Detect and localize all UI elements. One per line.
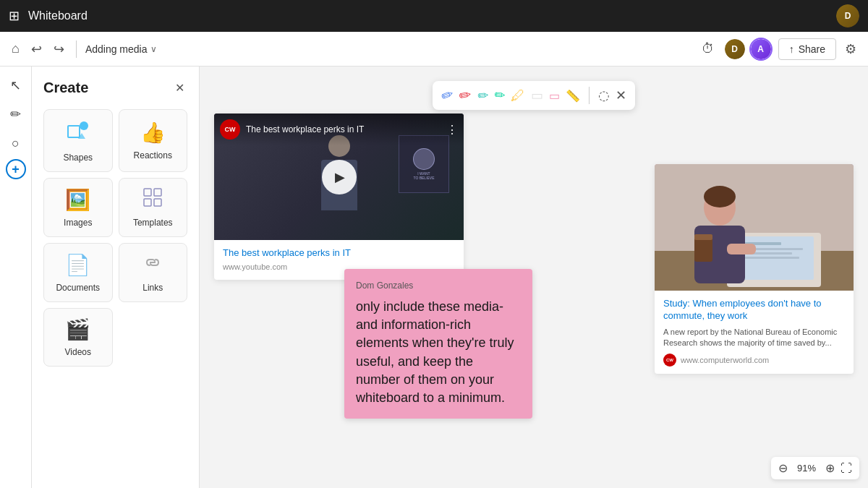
create-videos-button[interactable]: 🎬 Videos xyxy=(43,308,113,367)
article-card: Study: When employees don't have to comm… xyxy=(655,164,854,374)
create-links-button[interactable]: Links xyxy=(119,243,188,302)
video-top-bar: CW The best workplace perks in IT ⋮ xyxy=(214,114,464,145)
blue-pen-icon[interactable]: ✏ xyxy=(438,85,456,106)
red-pen-icon[interactable]: ✏ xyxy=(458,86,473,106)
history-icon[interactable]: ⏱ xyxy=(699,38,718,59)
play-button[interactable] xyxy=(322,160,357,194)
close-pen-toolbar-button[interactable]: ✕ xyxy=(616,87,626,103)
eraser-icon[interactable]: ▭ xyxy=(531,87,543,103)
templates-icon xyxy=(142,187,163,212)
zoom-fit-button[interactable]: ⛶ xyxy=(841,462,852,475)
yellow-highlighter-icon[interactable]: 🖊 xyxy=(511,87,525,104)
images-icon: 🖼️ xyxy=(65,188,90,212)
app-grid-icon[interactable]: ⊞ xyxy=(9,8,20,24)
article-footer: CW www.computerworld.com xyxy=(663,354,845,367)
close-panel-button[interactable]: ✕ xyxy=(172,78,187,98)
second-bar: ⌂ ↩ ↪ Adding media ∨ ⏱ D A ↑ Share ⚙ xyxy=(0,32,868,67)
create-templates-button[interactable]: Templates xyxy=(119,178,188,237)
top-bar: ⊞ Whiteboard D xyxy=(0,0,868,32)
lasso-icon[interactable]: ◌ xyxy=(598,87,610,103)
video-link[interactable]: The best workplace perks in IT xyxy=(223,247,455,258)
note-card[interactable]: Dom Gonzales only include these media- a… xyxy=(344,269,532,419)
share-label: Share xyxy=(799,43,825,55)
video-badge: CW xyxy=(220,119,240,140)
separator-1 xyxy=(76,40,77,58)
article-badge: CW xyxy=(663,354,676,367)
note-text: only include these media- and informatio… xyxy=(356,298,521,407)
add-icon: + xyxy=(12,162,20,177)
video-domain: www.youtube.com xyxy=(223,262,287,271)
zoom-bar: ⊖ 91% ⊕ ⛶ xyxy=(771,457,859,479)
main-area: ↖ ✏ ○ + Create ✕ xyxy=(0,67,868,488)
pen-icon: ✏ xyxy=(10,106,21,122)
reactions-label: Reactions xyxy=(134,150,172,160)
panel-header: Create ✕ xyxy=(43,78,187,98)
home-icon[interactable]: ⌂ xyxy=(9,38,22,59)
video-thumbnail[interactable]: CW The best workplace perks in IT ⋮ I WA… xyxy=(214,114,464,240)
video-title-text: The best workplace perks in IT xyxy=(246,124,441,134)
svg-rect-20 xyxy=(694,236,712,262)
pen-toolbar: ✏ ✏ ✏ ✏ 🖊 ▭ ▭ 📏 ◌ ✕ xyxy=(433,81,635,110)
pen-tool-button[interactable]: ✏ xyxy=(3,101,29,127)
avatar-1[interactable]: D xyxy=(723,38,746,61)
svg-point-17 xyxy=(704,186,736,207)
svg-rect-15 xyxy=(738,257,799,259)
collaborator-avatars: D A xyxy=(723,38,773,61)
shapes-icon xyxy=(67,119,90,147)
create-documents-button[interactable]: 📄 Documents xyxy=(43,243,113,302)
canvas[interactable]: ✏ ✏ ✏ ✏ 🖊 ▭ ▭ 📏 ◌ ✕ CW The best workplac… xyxy=(200,67,868,488)
avatar-2[interactable]: A xyxy=(749,38,773,61)
reactions-icon: 👍 xyxy=(140,121,166,145)
settings-icon[interactable]: ⚙ xyxy=(842,38,859,60)
add-tool-button[interactable]: + xyxy=(6,159,26,179)
links-icon xyxy=(142,252,163,277)
undo-button[interactable]: ↩ xyxy=(28,38,45,60)
article-image xyxy=(655,164,854,291)
video-more-icon[interactable]: ⋮ xyxy=(446,123,458,137)
comment-icon: ○ xyxy=(12,136,20,151)
svg-rect-6 xyxy=(154,199,161,206)
svg-point-1 xyxy=(80,121,88,130)
zoom-in-button[interactable]: ⊕ xyxy=(825,461,835,475)
select-tool-button[interactable]: ↖ xyxy=(3,72,29,98)
breadcrumb-text: Adding media xyxy=(85,43,148,55)
share-icon: ↑ xyxy=(789,43,794,55)
create-panel: Create ✕ Shapes 👍 Reactions xyxy=(32,67,200,488)
svg-rect-21 xyxy=(694,234,712,240)
video-card: CW The best workplace perks in IT ⋮ I WA… xyxy=(214,114,464,280)
create-reactions-button[interactable]: 👍 Reactions xyxy=(119,109,188,172)
svg-rect-5 xyxy=(144,199,151,206)
comment-tool-button[interactable]: ○ xyxy=(3,130,29,156)
svg-rect-19 xyxy=(727,244,756,254)
article-image-svg xyxy=(655,164,854,291)
links-label: Links xyxy=(142,283,163,293)
app-title: Whiteboard xyxy=(28,9,88,22)
pink-pen-icon[interactable]: ▭ xyxy=(549,89,560,103)
article-info: Study: When employees don't have to comm… xyxy=(655,291,854,374)
videos-icon: 🎬 xyxy=(65,317,90,341)
zoom-level-display: 91% xyxy=(793,463,820,474)
teal2-pen-icon[interactable]: ✏ xyxy=(493,87,506,103)
images-label: Images xyxy=(64,218,92,228)
user-avatar-topbar[interactable]: D xyxy=(836,4,859,27)
share-button[interactable]: ↑ Share xyxy=(778,38,836,60)
note-author: Dom Gonzales xyxy=(356,281,521,291)
breadcrumb[interactable]: Adding media ∨ xyxy=(85,43,157,55)
user-photo: D xyxy=(836,4,859,27)
pen-separator xyxy=(589,87,590,104)
create-shapes-button[interactable]: Shapes xyxy=(43,109,113,172)
create-images-button[interactable]: 🖼️ Images xyxy=(43,178,113,237)
article-domain: www.computerworld.com xyxy=(681,356,769,364)
teal-pen-icon[interactable]: ✏ xyxy=(477,87,489,103)
shapes-label: Shapes xyxy=(63,153,93,163)
documents-label: Documents xyxy=(56,283,100,293)
svg-rect-3 xyxy=(144,189,151,196)
create-grid: Shapes 👍 Reactions 🖼️ Images xyxy=(43,109,187,367)
panel-title: Create xyxy=(43,80,88,96)
redo-button[interactable]: ↪ xyxy=(51,38,67,60)
svg-rect-4 xyxy=(154,189,161,196)
videos-label: Videos xyxy=(65,347,91,357)
article-link[interactable]: Study: When employees don't have to comm… xyxy=(663,298,845,322)
zoom-out-button[interactable]: ⊖ xyxy=(778,461,788,475)
ruler-icon[interactable]: 📏 xyxy=(566,89,580,103)
